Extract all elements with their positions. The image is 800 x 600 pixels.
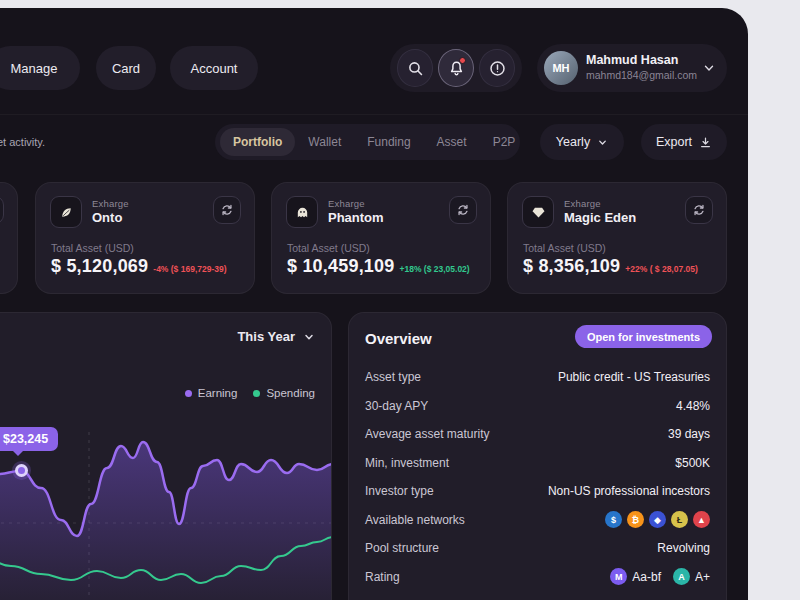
overview-row-pool-structure: Pool structure Revolving (365, 534, 710, 563)
refresh-icon (456, 203, 470, 217)
gem-icon (531, 205, 546, 220)
overview-row-maturity: Avevage asset maturity 39 days (365, 420, 710, 449)
avalanche-icon: ▲ (693, 511, 710, 528)
asset-card-magic-eden: Exharge Magic Eden Total Asset (USD) $ 8… (507, 182, 727, 294)
refresh-button[interactable] (449, 196, 477, 224)
search-button[interactable] (397, 49, 433, 87)
secondary-rating: A A+ (673, 568, 710, 585)
overview-title: Overview (365, 330, 432, 347)
asset-card-phantom: Exharge Phantom Total Asset (USD) $ 10,4… (271, 182, 491, 294)
asset-card-partial (0, 182, 18, 294)
section-tabs: Portfolio Wallet Funding Asset P2P (215, 124, 520, 160)
rating-badges: M Aa-bf A A+ (610, 568, 710, 585)
header-divider (0, 114, 748, 115)
nav-manage-button[interactable]: Manage (0, 46, 80, 90)
legend-earning[interactable]: Earning (185, 387, 238, 399)
litecoin-icon: Ł (671, 511, 688, 528)
refresh-icon (220, 203, 234, 217)
total-asset-amount: $ 8,356,109 (523, 256, 620, 277)
row-label: Min, investment (365, 456, 449, 470)
ghost-icon (295, 205, 310, 220)
header-icon-group (390, 44, 522, 92)
asset-change: -4% ($ 169,729-39) (153, 264, 226, 274)
overview-row-rating: Rating M Aa-bf A A+ (365, 563, 710, 592)
tab-asset-label: Asset (437, 135, 467, 149)
chevron-down-icon (303, 331, 315, 343)
refresh-button[interactable] (0, 196, 4, 224)
chart-period-select[interactable]: This Year (237, 329, 315, 344)
total-asset-label: Total Asset (USD) (287, 242, 370, 254)
row-label: Avevage asset maturity (365, 427, 490, 441)
chart-legend: Earning Spending (185, 387, 315, 399)
overview-row-asset-type: Asset type Public credit - US Treasuries (365, 363, 710, 392)
usdc-icon: $ (605, 511, 622, 528)
tab-asset[interactable]: Asset (424, 128, 480, 156)
chevron-down-icon (597, 137, 608, 148)
row-value: 4.48% (676, 399, 710, 413)
overview-row-networks: Available networks $ ₿ ◆ Ł ▲ (365, 506, 710, 535)
row-label: Available networks (365, 513, 465, 527)
alerts-button[interactable] (479, 49, 515, 87)
total-asset-label: Total Asset (USD) (523, 242, 606, 254)
activity-subtitle-fragment: et activity. (0, 124, 45, 160)
card-brand: Exharge (564, 198, 601, 209)
export-button[interactable]: Export (641, 124, 727, 160)
total-asset-amount: $ 10,459,109 (287, 256, 395, 277)
card-brand: Exharge (92, 198, 129, 209)
tab-p2p-label: P2P (493, 135, 516, 149)
row-value: $500K (675, 456, 710, 470)
card-wallet-name: Onto (92, 210, 122, 225)
avatar: MH (544, 51, 578, 85)
asset-card-onto: Exharge Onto Total Asset (USD) $ 5,120,0… (35, 182, 255, 294)
notifications-button[interactable] (438, 49, 474, 87)
tab-funding[interactable]: Funding (354, 128, 423, 156)
nav-account-label: Account (191, 61, 238, 76)
wallet-logo-magic-eden (522, 196, 554, 228)
rating-a-icon: A (673, 568, 690, 585)
overview-panel: Overview Open for investments Asset type… (348, 312, 727, 600)
asset-change: +18% ($ 23,05.02) (400, 264, 470, 274)
leaf-icon (59, 205, 74, 220)
line-chart (0, 428, 332, 600)
page-background: Manage Card Account MH Mahmud Hasan mahm… (0, 0, 800, 600)
nav-card-button[interactable]: Card (96, 46, 156, 90)
chart-tooltip: $23,245 (0, 427, 58, 451)
secondary-rating-label: A+ (695, 570, 710, 584)
overview-rows: Asset type Public credit - US Treasuries… (365, 363, 710, 591)
nav-card-label: Card (112, 61, 140, 76)
overview-row-apy: 30-day APY 4.48% (365, 392, 710, 421)
tab-p2p[interactable]: P2P (480, 128, 529, 156)
period-select[interactable]: Yearly (540, 124, 624, 160)
profile-menu[interactable]: MH Mahmud Hasan mahmd184@gmail.com (537, 44, 727, 92)
export-label: Export (656, 135, 692, 149)
tab-portfolio[interactable]: Portfolio (220, 128, 295, 156)
legend-spending[interactable]: Spending (253, 387, 315, 399)
row-value: Revolving (657, 541, 710, 555)
earning-area (0, 442, 332, 600)
legend-spending-label: Spending (266, 387, 315, 399)
refresh-button[interactable] (685, 196, 713, 224)
moodys-rating-label: Aa-bf (632, 570, 661, 584)
refresh-icon (692, 203, 706, 217)
moodys-rating: M Aa-bf (610, 568, 661, 585)
chevron-down-icon (702, 61, 716, 75)
notification-dot (459, 57, 466, 64)
earning-dot (185, 390, 192, 397)
row-label: Rating (365, 570, 400, 584)
profile-email: mahmd184@gmail.com (586, 69, 697, 81)
nav-account-button[interactable]: Account (170, 46, 258, 90)
nav-manage-label: Manage (11, 61, 58, 76)
row-value: Non-US professional incestors (548, 484, 710, 498)
overview-row-investor-type: Investor type Non-US professional incest… (365, 477, 710, 506)
network-icons: $ ₿ ◆ Ł ▲ (605, 511, 710, 528)
download-icon (699, 136, 712, 149)
card-brand: Exharge (328, 198, 365, 209)
dashboard-window: Manage Card Account MH Mahmud Hasan mahm… (0, 8, 748, 600)
row-label: Asset type (365, 370, 421, 384)
refresh-button[interactable] (213, 196, 241, 224)
asset-change: +22% ( $ 28,07.05) (625, 264, 698, 274)
total-asset-amount: $ 5,120,069 (51, 256, 148, 277)
tab-wallet[interactable]: Wallet (295, 128, 354, 156)
avatar-initials: MH (552, 62, 569, 74)
row-label: Pool structure (365, 541, 439, 555)
